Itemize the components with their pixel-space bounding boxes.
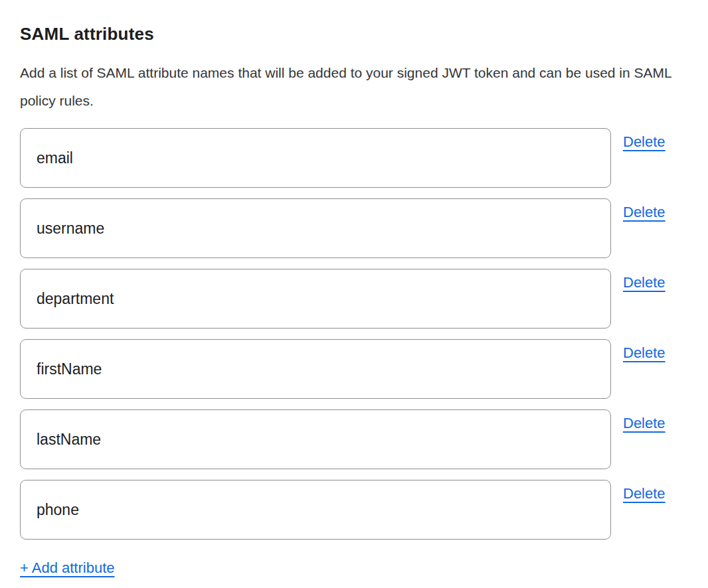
attribute-input-email[interactable] bbox=[20, 128, 611, 188]
attribute-input-department[interactable] bbox=[20, 269, 611, 329]
delete-attribute-link[interactable]: Delete bbox=[623, 204, 665, 221]
delete-attribute-link[interactable]: Delete bbox=[623, 344, 665, 362]
page-title: SAML attributes bbox=[20, 24, 688, 44]
delete-attribute-link[interactable]: Delete bbox=[623, 485, 665, 502]
add-attribute-link[interactable]: + Add attribute bbox=[20, 559, 115, 577]
attribute-input-firstname[interactable] bbox=[20, 339, 611, 399]
attribute-row: Delete bbox=[20, 339, 688, 399]
attribute-list: Delete Delete Delete Delete Delete Delet… bbox=[20, 128, 688, 540]
saml-attributes-section: SAML attributes Add a list of SAML attri… bbox=[0, 0, 708, 577]
attribute-row: Delete bbox=[20, 128, 688, 188]
attribute-row: Delete bbox=[20, 269, 688, 329]
attribute-row: Delete bbox=[20, 480, 688, 540]
attribute-input-phone[interactable] bbox=[20, 480, 611, 540]
delete-attribute-link[interactable]: Delete bbox=[623, 415, 665, 432]
section-description: Add a list of SAML attribute names that … bbox=[20, 59, 684, 115]
attribute-input-username[interactable] bbox=[20, 198, 611, 258]
attribute-row: Delete bbox=[20, 409, 688, 469]
delete-attribute-link[interactable]: Delete bbox=[623, 274, 665, 291]
delete-attribute-link[interactable]: Delete bbox=[623, 133, 665, 151]
attribute-input-lastname[interactable] bbox=[20, 409, 611, 469]
attribute-row: Delete bbox=[20, 198, 688, 258]
